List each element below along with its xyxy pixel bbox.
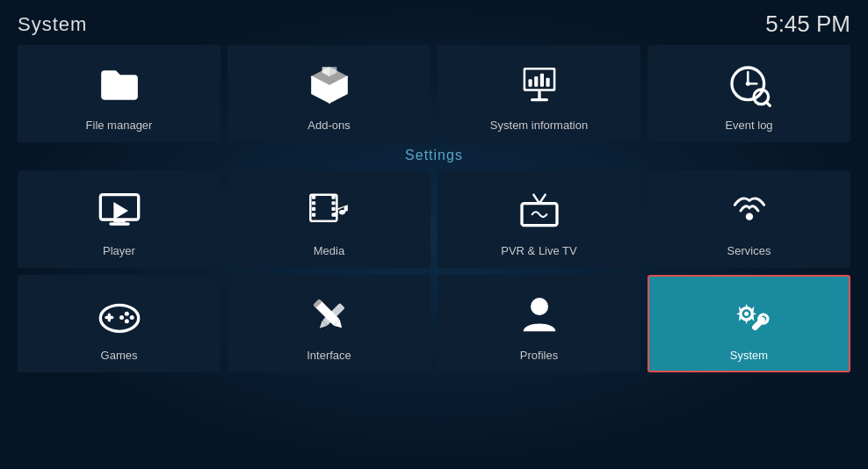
clock: 5:45 PM bbox=[765, 11, 850, 38]
svg-rect-7 bbox=[528, 79, 532, 86]
svg-rect-32 bbox=[331, 207, 335, 211]
tile-games-label: Games bbox=[101, 349, 138, 362]
player-icon bbox=[93, 184, 146, 237]
svg-rect-12 bbox=[531, 98, 548, 101]
tile-file-manager-label: File manager bbox=[86, 119, 153, 132]
tile-games[interactable]: Games bbox=[18, 275, 221, 372]
svg-rect-27 bbox=[312, 201, 315, 205]
interface-icon bbox=[303, 289, 356, 342]
pvr-icon bbox=[513, 184, 566, 237]
tile-add-ons-label: Add-ons bbox=[307, 119, 350, 132]
system-icon bbox=[723, 289, 776, 342]
tile-profiles-label: Profiles bbox=[520, 349, 558, 362]
services-icon bbox=[723, 184, 776, 237]
media-icon bbox=[303, 184, 356, 237]
tile-player-label: Player bbox=[103, 244, 135, 257]
tile-pvr-live-tv[interactable]: PVR & Live TV bbox=[438, 170, 640, 268]
svg-point-38 bbox=[745, 213, 752, 220]
svg-rect-11 bbox=[538, 91, 540, 98]
svg-rect-28 bbox=[312, 207, 315, 211]
svg-rect-23 bbox=[109, 222, 129, 225]
svg-point-53 bbox=[744, 312, 749, 316]
tile-add-ons[interactable]: Add-ons bbox=[228, 45, 430, 142]
main-content: File manager Add-ons bbox=[0, 45, 868, 372]
page-title: System bbox=[18, 13, 87, 36]
addons-icon bbox=[303, 59, 356, 112]
tile-pvr-label: PVR & Live TV bbox=[501, 244, 576, 257]
svg-rect-31 bbox=[331, 201, 335, 205]
tile-event-log-label: Event log bbox=[725, 119, 772, 132]
folder-icon bbox=[93, 59, 146, 112]
tile-media[interactable]: Media bbox=[228, 170, 430, 268]
tile-interface-label: Interface bbox=[307, 349, 351, 362]
header: System 5:45 PM bbox=[0, 0, 868, 45]
svg-point-51 bbox=[531, 298, 548, 315]
settings-row-2: Games bbox=[18, 275, 850, 372]
tile-services[interactable]: Services bbox=[647, 170, 850, 268]
settings-section: Settings Player bbox=[18, 148, 850, 372]
tile-player[interactable]: Player bbox=[18, 170, 221, 268]
tile-profiles[interactable]: Profiles bbox=[438, 275, 640, 372]
svg-rect-8 bbox=[534, 76, 538, 87]
svg-rect-26 bbox=[312, 196, 315, 199]
svg-rect-29 bbox=[312, 213, 315, 217]
settings-row-1: Player bbox=[18, 170, 850, 268]
svg-rect-22 bbox=[113, 220, 125, 222]
svg-rect-30 bbox=[331, 196, 335, 199]
eventlog-icon bbox=[723, 59, 776, 112]
tile-event-log[interactable]: Event log bbox=[647, 45, 850, 142]
svg-point-42 bbox=[124, 312, 128, 316]
svg-rect-9 bbox=[539, 74, 543, 87]
tile-media-label: Media bbox=[314, 244, 344, 257]
tile-interface[interactable]: Interface bbox=[228, 275, 430, 372]
svg-rect-25 bbox=[313, 198, 333, 215]
games-icon bbox=[93, 289, 146, 342]
top-row: File manager Add-ons bbox=[18, 45, 850, 142]
tile-system-information[interactable]: System information bbox=[438, 45, 640, 142]
profiles-icon bbox=[513, 289, 566, 342]
settings-heading: Settings bbox=[18, 148, 850, 163]
sysinfo-icon bbox=[513, 59, 566, 112]
svg-point-45 bbox=[119, 315, 124, 320]
svg-rect-41 bbox=[107, 314, 110, 322]
svg-rect-10 bbox=[546, 78, 549, 87]
svg-point-43 bbox=[129, 315, 134, 320]
tile-file-manager[interactable]: File manager bbox=[18, 45, 221, 142]
svg-point-44 bbox=[124, 319, 128, 323]
tile-system[interactable]: System bbox=[647, 275, 850, 372]
tile-system-information-label: System information bbox=[490, 119, 588, 132]
svg-line-18 bbox=[766, 102, 770, 105]
tile-system-label: System bbox=[730, 349, 768, 362]
tile-services-label: Services bbox=[727, 244, 771, 257]
